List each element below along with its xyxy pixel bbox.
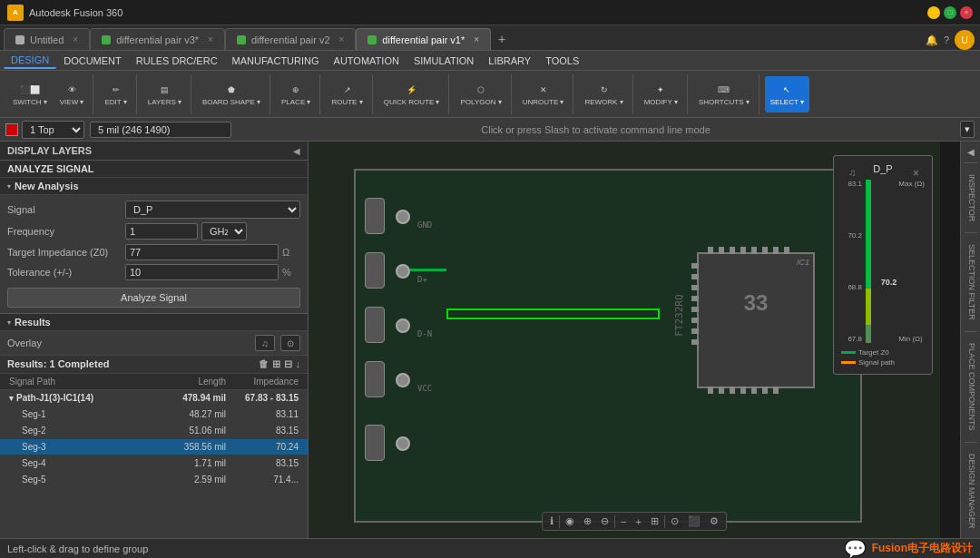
ic-label: IC1 — [797, 258, 809, 267]
zoom-grid-button[interactable]: ⊞ — [647, 514, 662, 528]
place-icon: ⊕ — [287, 83, 305, 97]
sidebar-tab-selection[interactable]: SELECTION FILTER — [964, 237, 978, 328]
tab-diff-v1[interactable]: differential pair v1* × — [356, 28, 491, 50]
polygon-button[interactable]: ⬡ POLYGON ▾ — [455, 76, 506, 113]
signal-dot-3 — [396, 318, 410, 333]
layer-mil-input[interactable] — [90, 122, 231, 138]
impedance-input[interactable] — [125, 244, 279, 260]
tab-add-button[interactable]: + — [491, 28, 513, 50]
table-row-seg4[interactable]: Seg-4 1.71 mil 83.15 — [0, 455, 308, 472]
tab-diff-v3[interactable]: differential pair v3* × — [90, 28, 225, 50]
signal-row: Signal D_P — [7, 201, 300, 219]
visibility-button[interactable]: ◉ — [562, 514, 578, 528]
app-logo: A — [7, 5, 24, 21]
quick-route-button[interactable]: ⚡ QUICK ROUTE ▾ — [378, 76, 446, 113]
close-button[interactable]: × — [960, 6, 973, 19]
layer-end-button[interactable]: ▾ — [960, 121, 975, 138]
tab-close-diff-v3[interactable]: × — [208, 34, 213, 44]
switch-button[interactable]: ⬛⬜ SWITCH ▾ — [7, 76, 53, 113]
results-copy-button[interactable]: ⊞ — [272, 358, 280, 370]
minimize-button[interactable]: − — [927, 6, 940, 19]
results-arrow[interactable]: ▾ — [7, 318, 11, 327]
info-button[interactable]: ℹ — [546, 514, 557, 528]
tab-close-diff-v1[interactable]: × — [474, 34, 479, 44]
shortcuts-button[interactable]: ⌨ SHORTCUTS ▾ — [693, 76, 755, 113]
menu-simulation[interactable]: SIMULATION — [407, 54, 481, 68]
layer-bar: 1 Top Click or press Slash to activate c… — [0, 118, 980, 142]
table-row-seg1[interactable]: Seg-1 48.27 mil 83.11 — [0, 406, 308, 423]
panel-collapse-button[interactable]: ◀ — [293, 146, 300, 156]
analyze-signal-header[interactable]: ANALYZE SIGNAL — [0, 161, 308, 178]
analyze-signal-title: ANALYZE SIGNAL — [7, 163, 94, 174]
results-export-button[interactable]: ⊟ — [284, 358, 292, 370]
menu-manufacturing[interactable]: MANUFACTURING — [225, 54, 327, 68]
sidebar-expand-icon[interactable]: ◀ — [965, 145, 976, 159]
menu-design[interactable]: DESIGN — [4, 53, 56, 69]
target-button[interactable]: ⊙ — [667, 514, 682, 528]
tab-close-diff-v2[interactable]: × — [339, 34, 345, 44]
menu-library[interactable]: LIBRARY — [481, 54, 538, 68]
tolerance-input[interactable] — [125, 264, 279, 280]
layers-button[interactable]: ▤ LAYERS ▾ — [142, 76, 187, 113]
new-analysis-section-header[interactable]: ▾ New Analysis — [0, 178, 308, 195]
square-button[interactable]: ⬛ — [684, 514, 704, 528]
menu-tools[interactable]: TOOLS — [538, 54, 586, 68]
rework-label: REWORK ▾ — [584, 99, 622, 106]
tab-close-untitled[interactable]: × — [73, 34, 78, 44]
sidebar-tab-place[interactable]: PLACE COMPONENTS — [964, 336, 978, 438]
zoom-plus-button[interactable]: + — [632, 515, 645, 528]
frequency-unit-select[interactable]: GHz — [201, 222, 247, 240]
chart-close-button[interactable]: × — [913, 167, 919, 180]
window-controls[interactable]: − □ × — [927, 6, 973, 19]
menu-automation[interactable]: AUTOMATION — [327, 54, 407, 68]
table-row-seg3[interactable]: Seg-3 358.56 mil 70.24 — [0, 439, 308, 455]
frequency-input[interactable] — [125, 223, 198, 240]
tab-untitled[interactable]: Untitled × — [4, 28, 90, 50]
select-button[interactable]: ↖ SELECT ▾ — [765, 76, 809, 113]
results-delete-button[interactable]: 🗑 — [259, 358, 269, 370]
zoom-minus-button[interactable]: − — [617, 515, 630, 528]
settings-small-button[interactable]: ⚙ — [706, 514, 722, 528]
chart-right-max: Max (Ω) — [898, 180, 925, 188]
unroute-button[interactable]: ✕ UNROUTE ▾ — [517, 76, 570, 113]
ic-pin-top-7 — [773, 247, 779, 254]
edit-button[interactable]: ✏ EDIT ▾ — [99, 76, 132, 113]
view-icon: 👁 — [63, 83, 81, 97]
zoom-out-button[interactable]: ⊖ — [597, 514, 612, 528]
results-download-button[interactable]: ↓ — [296, 358, 301, 370]
modify-button[interactable]: ✦ MODIFY ▾ — [639, 76, 683, 113]
new-analysis-arrow: ▾ — [7, 182, 11, 191]
notifications-icon[interactable]: 🔔 — [926, 34, 938, 46]
table-row-path[interactable]: ▾Path-J1(3)-IC1(14) 478.94 mil 67.83 - 8… — [0, 390, 308, 406]
overlay-chart-button[interactable]: ♫ — [255, 335, 275, 351]
sidebar-tab-design[interactable]: DESIGN MANAGER — [964, 446, 978, 536]
tab-diff-v2[interactable]: differential pair v2 × — [225, 28, 356, 50]
sidebar-tab-inspector[interactable]: INSPECTOR — [964, 167, 978, 229]
ic-pin-top-1 — [708, 247, 713, 254]
user-avatar[interactable]: U — [955, 30, 975, 50]
view-button[interactable]: 👁 VIEW ▾ — [54, 76, 90, 113]
analyze-signal-button[interactable]: Analyze Signal — [7, 288, 300, 308]
table-row-seg2[interactable]: Seg-2 51.06 mil 83.15 — [0, 423, 308, 439]
seg5-signal: Seg-5 — [7, 474, 146, 485]
route-button[interactable]: ↗ ROUTE ▾ — [326, 76, 368, 113]
edit-icon: ✏ — [107, 83, 125, 97]
rework-button[interactable]: ↻ REWORK ▾ — [579, 76, 628, 113]
zoom-fit-button[interactable]: ⊕ — [580, 514, 595, 528]
ic-chip: 33 IC1 — [697, 252, 815, 388]
place-button[interactable]: ⊕ PLACE ▾ — [276, 76, 316, 113]
table-row-seg5[interactable]: Seg-5 2.59 mil 71.4... — [0, 472, 308, 488]
chart-visualization: 83.1 70.2 68.8 67.8 70.2 — [841, 180, 925, 343]
overlay-settings-button[interactable]: ⊙ — [280, 335, 300, 351]
layer-dropdown[interactable]: 1 Top — [22, 121, 84, 139]
tab-icon-untitled — [15, 35, 24, 44]
ic-pin-bot-3 — [730, 387, 735, 394]
menu-document[interactable]: DOCUMENT — [56, 54, 129, 68]
signal-select[interactable]: D_P — [125, 201, 300, 219]
help-icon[interactable]: ? — [944, 34, 949, 45]
maximize-button[interactable]: □ — [944, 6, 956, 19]
connector-pad-2 — [365, 252, 385, 289]
select-label: SELECT ▾ — [770, 99, 804, 106]
menu-rules[interactable]: RULES DRC/ERC — [129, 54, 225, 68]
board-shape-button[interactable]: ⬟ BOARD SHAPE ▾ — [197, 76, 266, 113]
